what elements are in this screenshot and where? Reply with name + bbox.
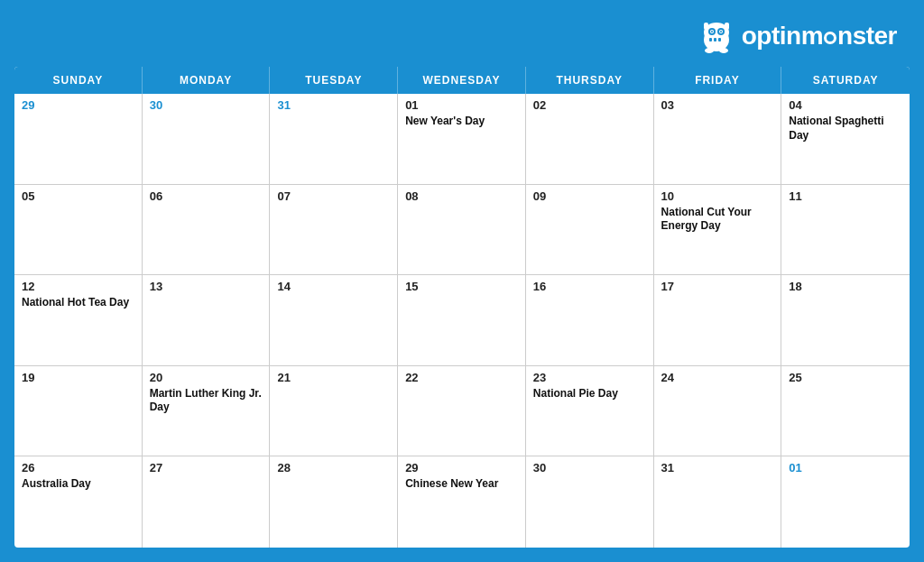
calendar-day: 29 xyxy=(14,94,143,184)
calendar-day: 21 xyxy=(270,366,398,456)
svg-rect-3 xyxy=(725,23,729,30)
calendar-header-row: SUNDAYMONDAYTUESDAYWEDNESDAYTHURSDAYFRID… xyxy=(14,67,910,94)
calendar-day: 30 xyxy=(143,94,271,184)
calendar-day: 12National Hot Tea Day xyxy=(14,275,143,365)
day-header-monday: MONDAY xyxy=(143,67,271,94)
day-number: 30 xyxy=(150,99,263,111)
day-number: 15 xyxy=(405,281,518,292)
calendar-day: 31 xyxy=(654,456,782,548)
calendar-day: 22 xyxy=(398,366,526,456)
day-number: 05 xyxy=(22,190,134,202)
day-number: 23 xyxy=(533,372,646,383)
holiday-name: New Year's Day xyxy=(405,115,518,129)
day-number: 20 xyxy=(150,372,263,383)
day-number: 17 xyxy=(661,281,774,292)
calendar: SUNDAYMONDAYTUESDAYWEDNESDAYTHURSDAYFRID… xyxy=(14,67,910,548)
calendar-day: 31 xyxy=(270,94,398,184)
holiday-name: Martin Luther King Jr. Day xyxy=(150,387,263,415)
calendar-day: 29Chinese New Year xyxy=(398,456,526,548)
calendar-day: 16 xyxy=(526,275,654,365)
calendar-day: 08 xyxy=(398,185,526,275)
calendar-day: 15 xyxy=(398,275,526,365)
day-number: 16 xyxy=(533,281,646,292)
calendar-week-3: 1920Martin Luther King Jr. Day212223Nati… xyxy=(14,366,910,457)
calendar-day: 19 xyxy=(14,366,143,456)
day-number: 12 xyxy=(22,281,134,292)
day-number: 07 xyxy=(277,190,390,202)
svg-rect-2 xyxy=(704,23,708,30)
day-number: 21 xyxy=(277,372,390,383)
logo-text: optinmnster xyxy=(742,22,897,51)
day-number: 26 xyxy=(22,462,134,474)
day-number: 06 xyxy=(150,190,263,202)
day-header-sunday: SUNDAY xyxy=(14,67,143,94)
day-number: 08 xyxy=(405,190,518,202)
calendar-body: 29303101New Year's Day020304National Spa… xyxy=(14,94,910,548)
day-number: 29 xyxy=(405,462,518,474)
calendar-day: 13 xyxy=(143,275,271,365)
day-number: 04 xyxy=(789,99,902,111)
calendar-day: 10National Cut Your Energy Day xyxy=(654,185,782,275)
day-number: 03 xyxy=(661,99,774,111)
day-header-tuesday: TUESDAY xyxy=(270,67,398,94)
svg-rect-12 xyxy=(718,38,721,41)
calendar-day: 03 xyxy=(654,94,782,184)
monster-icon xyxy=(697,16,736,56)
holiday-name: National Spaghetti Day xyxy=(789,115,902,143)
svg-rect-11 xyxy=(714,38,716,41)
calendar-day: 30 xyxy=(526,456,654,548)
day-number: 28 xyxy=(277,462,390,474)
day-number: 01 xyxy=(789,462,902,474)
calendar-day: 04National Spaghetti Day xyxy=(781,94,910,184)
day-header-saturday: SATURDAY xyxy=(781,67,910,94)
day-number: 24 xyxy=(661,372,774,383)
day-header-thursday: THURSDAY xyxy=(526,67,654,94)
day-header-wednesday: WEDNESDAY xyxy=(398,67,526,94)
day-number: 27 xyxy=(150,462,263,474)
calendar-day: 28 xyxy=(270,456,398,548)
day-number: 14 xyxy=(277,281,390,292)
holiday-name: National Pie Day xyxy=(533,387,646,401)
calendar-day: 26Australia Day xyxy=(14,456,143,548)
calendar-day: 09 xyxy=(526,185,654,275)
day-number: 02 xyxy=(533,99,646,111)
svg-rect-10 xyxy=(709,38,712,41)
header-left xyxy=(27,25,42,46)
calendar-week-0: 29303101New Year's Day020304National Spa… xyxy=(14,94,910,185)
calendar-day: 06 xyxy=(143,185,271,275)
holiday-name: National Hot Tea Day xyxy=(22,296,134,310)
holiday-name: National Cut Your Energy Day xyxy=(661,206,774,234)
calendar-day: 20Martin Luther King Jr. Day xyxy=(143,366,271,456)
day-number: 18 xyxy=(789,281,902,292)
calendar-day: 24 xyxy=(654,366,782,456)
calendar-day: 01 xyxy=(781,456,910,548)
page-header: optinmnster xyxy=(0,0,924,67)
svg-point-9 xyxy=(720,31,722,32)
calendar-day: 27 xyxy=(143,456,271,548)
svg-point-13 xyxy=(705,48,714,53)
day-number: 29 xyxy=(22,99,134,111)
day-number: 31 xyxy=(661,462,774,474)
calendar-day: 02 xyxy=(526,94,654,184)
day-number: 13 xyxy=(150,281,263,292)
calendar-day: 18 xyxy=(781,275,910,365)
day-number: 22 xyxy=(405,372,518,383)
holiday-name: Chinese New Year xyxy=(405,477,518,492)
day-number: 30 xyxy=(533,462,646,474)
calendar-day: 25 xyxy=(781,366,910,456)
calendar-day: 05 xyxy=(14,185,143,275)
day-number: 19 xyxy=(22,372,134,383)
holiday-name: Australia Day xyxy=(22,477,134,492)
logo-area: optinmnster xyxy=(697,16,897,56)
calendar-week-4: 26Australia Day272829Chinese New Year303… xyxy=(14,456,910,548)
calendar-day: 17 xyxy=(654,275,782,365)
day-header-friday: FRIDAY xyxy=(654,67,782,94)
svg-point-8 xyxy=(711,31,713,32)
calendar-day: 14 xyxy=(270,275,398,365)
svg-point-14 xyxy=(719,48,728,53)
day-number: 09 xyxy=(533,190,646,202)
day-number: 25 xyxy=(789,372,902,383)
day-number: 10 xyxy=(661,190,774,202)
day-number: 31 xyxy=(277,99,390,111)
day-number: 11 xyxy=(789,190,902,202)
